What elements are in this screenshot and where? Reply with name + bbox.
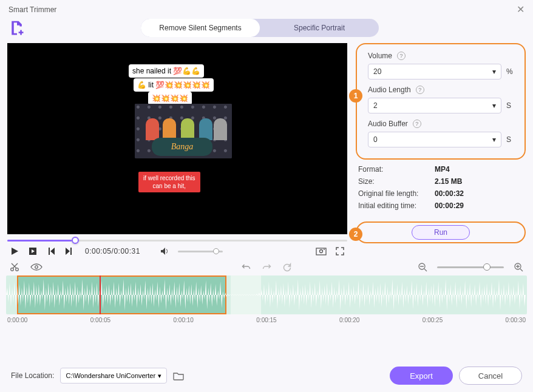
cancel-button[interactable]: Cancel (459, 367, 522, 385)
next-frame-icon[interactable] (64, 246, 74, 256)
help-icon[interactable]: ? (416, 86, 424, 94)
seek-bar[interactable] (7, 238, 347, 243)
zoom-in-icon[interactable] (514, 262, 523, 272)
waveform-timeline[interactable] (6, 275, 527, 314)
mode-segmented-control: Remove Silent Segments Specific Portrait (141, 19, 379, 37)
chevron-down-icon: ▾ (158, 372, 161, 380)
audio-buffer-label: Audio Buffer (368, 120, 408, 128)
undo-icon[interactable] (242, 263, 251, 272)
zoom-slider[interactable] (437, 266, 504, 268)
run-panel: 2 Run (356, 221, 526, 243)
playback-time: 0:00:05/0:00:31 (85, 247, 140, 255)
snapshot-icon[interactable] (316, 246, 327, 256)
stop-icon[interactable] (28, 246, 38, 256)
tab-remove-silent[interactable]: Remove Silent Segments (141, 19, 260, 37)
tab-specific-portrait[interactable]: Specific Portrait (260, 19, 379, 37)
audio-length-label: Audio Length (368, 86, 411, 94)
app-logo-icon (8, 19, 25, 36)
waveform (6, 275, 527, 314)
help-icon[interactable]: ? (397, 52, 406, 60)
chevron-down-icon: ▾ (492, 135, 496, 144)
step-badge-1: 1 (349, 89, 362, 103)
scene-banner: Banga (152, 138, 212, 156)
volume-icon[interactable] (160, 246, 169, 256)
playhead[interactable] (100, 275, 101, 314)
volume-unit: % (506, 67, 514, 76)
help-icon[interactable]: ? (413, 120, 421, 128)
video-frame: Banga (135, 104, 232, 158)
open-folder-icon[interactable] (173, 371, 184, 380)
svg-point-4 (11, 268, 14, 271)
svg-point-6 (35, 266, 38, 269)
file-info: Format:MP4 Size:2.15 MB Original file le… (356, 160, 526, 212)
overlay-sticker: she nailed it 💯💪💪 (129, 64, 204, 78)
chevron-down-icon: ▾ (492, 101, 496, 110)
svg-point-5 (16, 268, 19, 271)
audio-buffer-select[interactable]: 0▾ (368, 132, 501, 147)
volume-slider[interactable] (178, 251, 223, 252)
file-location-label: File Location: (11, 371, 54, 380)
svg-point-3 (324, 249, 325, 250)
subtitle-overlay: if well recorded thiscan be a hit, (138, 172, 200, 192)
overlay-sticker: 💥💥💥💥 (148, 92, 192, 105)
play-icon[interactable] (10, 246, 19, 256)
audio-length-unit: S (506, 101, 514, 110)
fullscreen-icon[interactable] (335, 246, 345, 256)
refresh-icon[interactable] (283, 263, 292, 272)
eye-icon[interactable] (30, 263, 42, 271)
options-panel: 1 Volume? 20▾ % Audio Length? 2▾ S Audio… (356, 43, 526, 160)
volume-label: Volume (368, 52, 392, 60)
overlay-sticker: 💪 lit 💯💥💥💥💥💥 (134, 78, 214, 92)
cut-icon[interactable] (10, 262, 19, 272)
video-preview[interactable]: she nailed it 💯💪💪 💪 lit 💯💥💥💥💥💥 💥💥💥💥 Bang… (7, 43, 347, 234)
step-badge-2: 2 (349, 228, 362, 241)
svg-point-2 (320, 250, 323, 253)
window-title: Smart Trimmer (8, 5, 56, 14)
time-ruler: 0:00:000:00:050:00:100:00:150:00:200:00:… (0, 314, 533, 323)
zoom-out-icon[interactable] (418, 262, 427, 272)
close-icon[interactable]: ✕ (517, 4, 525, 15)
audio-buffer-unit: S (506, 135, 514, 144)
volume-select[interactable]: 20▾ (368, 64, 501, 79)
audio-length-select[interactable]: 2▾ (368, 98, 501, 113)
prev-frame-icon[interactable] (46, 246, 56, 256)
redo-icon[interactable] (262, 263, 272, 272)
chevron-down-icon: ▾ (492, 67, 496, 76)
file-location-select[interactable]: C:\Wondershare UniConverter▾ (60, 368, 167, 384)
preview-pane: she nailed it 💯💪💪 💪 lit 💯💥💥💥💥💥 💥💥💥💥 Bang… (7, 43, 347, 257)
export-button[interactable]: Export (390, 367, 453, 385)
run-button[interactable]: Run (412, 225, 470, 240)
